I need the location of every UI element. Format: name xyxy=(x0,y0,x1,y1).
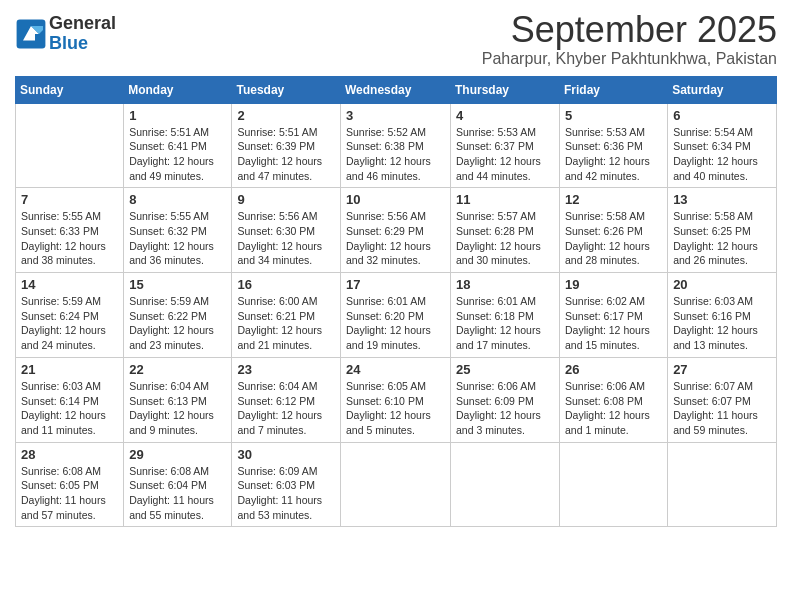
cell-day-number: 30 xyxy=(237,447,335,462)
calendar-week-row: 1Sunrise: 5:51 AM Sunset: 6:41 PM Daylig… xyxy=(16,103,777,188)
cell-day-number: 13 xyxy=(673,192,771,207)
cell-info: Sunrise: 6:08 AM Sunset: 6:05 PM Dayligh… xyxy=(21,464,118,523)
calendar-cell: 4Sunrise: 5:53 AM Sunset: 6:37 PM Daylig… xyxy=(451,103,560,188)
cell-info: Sunrise: 6:06 AM Sunset: 6:08 PM Dayligh… xyxy=(565,379,662,438)
calendar-cell: 20Sunrise: 6:03 AM Sunset: 6:16 PM Dayli… xyxy=(668,273,777,358)
cell-info: Sunrise: 5:58 AM Sunset: 6:26 PM Dayligh… xyxy=(565,209,662,268)
cell-day-number: 23 xyxy=(237,362,335,377)
cell-day-number: 5 xyxy=(565,108,662,123)
cell-day-number: 3 xyxy=(346,108,445,123)
cell-info: Sunrise: 6:03 AM Sunset: 6:14 PM Dayligh… xyxy=(21,379,118,438)
cell-day-number: 15 xyxy=(129,277,226,292)
calendar-week-row: 28Sunrise: 6:08 AM Sunset: 6:05 PM Dayli… xyxy=(16,442,777,527)
cell-info: Sunrise: 6:07 AM Sunset: 6:07 PM Dayligh… xyxy=(673,379,771,438)
calendar-cell: 11Sunrise: 5:57 AM Sunset: 6:28 PM Dayli… xyxy=(451,188,560,273)
cell-day-number: 7 xyxy=(21,192,118,207)
calendar-cell: 10Sunrise: 5:56 AM Sunset: 6:29 PM Dayli… xyxy=(341,188,451,273)
cell-day-number: 12 xyxy=(565,192,662,207)
cell-info: Sunrise: 6:08 AM Sunset: 6:04 PM Dayligh… xyxy=(129,464,226,523)
cell-info: Sunrise: 5:53 AM Sunset: 6:36 PM Dayligh… xyxy=(565,125,662,184)
cell-info: Sunrise: 5:57 AM Sunset: 6:28 PM Dayligh… xyxy=(456,209,554,268)
col-header-sunday: Sunday xyxy=(16,76,124,103)
calendar-cell: 12Sunrise: 5:58 AM Sunset: 6:26 PM Dayli… xyxy=(560,188,668,273)
calendar-cell xyxy=(560,442,668,527)
calendar-cell: 23Sunrise: 6:04 AM Sunset: 6:12 PM Dayli… xyxy=(232,357,341,442)
calendar-cell: 26Sunrise: 6:06 AM Sunset: 6:08 PM Dayli… xyxy=(560,357,668,442)
calendar-cell: 6Sunrise: 5:54 AM Sunset: 6:34 PM Daylig… xyxy=(668,103,777,188)
col-header-tuesday: Tuesday xyxy=(232,76,341,103)
col-header-friday: Friday xyxy=(560,76,668,103)
calendar-cell: 2Sunrise: 5:51 AM Sunset: 6:39 PM Daylig… xyxy=(232,103,341,188)
calendar-cell: 27Sunrise: 6:07 AM Sunset: 6:07 PM Dayli… xyxy=(668,357,777,442)
calendar-cell: 17Sunrise: 6:01 AM Sunset: 6:20 PM Dayli… xyxy=(341,273,451,358)
calendar-cell: 9Sunrise: 5:56 AM Sunset: 6:30 PM Daylig… xyxy=(232,188,341,273)
header: General Blue September 2025 Paharpur, Kh… xyxy=(15,10,777,68)
cell-info: Sunrise: 5:51 AM Sunset: 6:41 PM Dayligh… xyxy=(129,125,226,184)
cell-day-number: 2 xyxy=(237,108,335,123)
calendar-header-row: SundayMondayTuesdayWednesdayThursdayFrid… xyxy=(16,76,777,103)
cell-day-number: 29 xyxy=(129,447,226,462)
col-header-thursday: Thursday xyxy=(451,76,560,103)
calendar-cell: 7Sunrise: 5:55 AM Sunset: 6:33 PM Daylig… xyxy=(16,188,124,273)
calendar-cell: 3Sunrise: 5:52 AM Sunset: 6:38 PM Daylig… xyxy=(341,103,451,188)
cell-info: Sunrise: 6:00 AM Sunset: 6:21 PM Dayligh… xyxy=(237,294,335,353)
cell-info: Sunrise: 5:55 AM Sunset: 6:33 PM Dayligh… xyxy=(21,209,118,268)
cell-day-number: 9 xyxy=(237,192,335,207)
cell-info: Sunrise: 5:54 AM Sunset: 6:34 PM Dayligh… xyxy=(673,125,771,184)
calendar-cell xyxy=(668,442,777,527)
cell-info: Sunrise: 6:04 AM Sunset: 6:12 PM Dayligh… xyxy=(237,379,335,438)
calendar-cell xyxy=(451,442,560,527)
cell-day-number: 14 xyxy=(21,277,118,292)
calendar-cell: 14Sunrise: 5:59 AM Sunset: 6:24 PM Dayli… xyxy=(16,273,124,358)
calendar-cell: 18Sunrise: 6:01 AM Sunset: 6:18 PM Dayli… xyxy=(451,273,560,358)
cell-info: Sunrise: 5:59 AM Sunset: 6:24 PM Dayligh… xyxy=(21,294,118,353)
cell-info: Sunrise: 6:04 AM Sunset: 6:13 PM Dayligh… xyxy=(129,379,226,438)
cell-day-number: 28 xyxy=(21,447,118,462)
cell-info: Sunrise: 5:59 AM Sunset: 6:22 PM Dayligh… xyxy=(129,294,226,353)
cell-day-number: 21 xyxy=(21,362,118,377)
calendar-cell: 24Sunrise: 6:05 AM Sunset: 6:10 PM Dayli… xyxy=(341,357,451,442)
cell-info: Sunrise: 6:03 AM Sunset: 6:16 PM Dayligh… xyxy=(673,294,771,353)
col-header-saturday: Saturday xyxy=(668,76,777,103)
logo-line1: General xyxy=(49,14,116,34)
cell-info: Sunrise: 5:52 AM Sunset: 6:38 PM Dayligh… xyxy=(346,125,445,184)
calendar-cell: 19Sunrise: 6:02 AM Sunset: 6:17 PM Dayli… xyxy=(560,273,668,358)
location-title: Paharpur, Khyber Pakhtunkhwa, Pakistan xyxy=(482,50,777,68)
calendar-week-row: 7Sunrise: 5:55 AM Sunset: 6:33 PM Daylig… xyxy=(16,188,777,273)
logo-line2: Blue xyxy=(49,34,116,54)
title-area: September 2025 Paharpur, Khyber Pakhtunk… xyxy=(482,10,777,68)
calendar-cell: 29Sunrise: 6:08 AM Sunset: 6:04 PM Dayli… xyxy=(124,442,232,527)
cell-day-number: 22 xyxy=(129,362,226,377)
cell-info: Sunrise: 5:58 AM Sunset: 6:25 PM Dayligh… xyxy=(673,209,771,268)
cell-info: Sunrise: 6:01 AM Sunset: 6:18 PM Dayligh… xyxy=(456,294,554,353)
cell-day-number: 17 xyxy=(346,277,445,292)
calendar-cell: 1Sunrise: 5:51 AM Sunset: 6:41 PM Daylig… xyxy=(124,103,232,188)
calendar-cell: 5Sunrise: 5:53 AM Sunset: 6:36 PM Daylig… xyxy=(560,103,668,188)
calendar-cell xyxy=(16,103,124,188)
cell-day-number: 16 xyxy=(237,277,335,292)
cell-day-number: 8 xyxy=(129,192,226,207)
cell-day-number: 1 xyxy=(129,108,226,123)
calendar-cell: 25Sunrise: 6:06 AM Sunset: 6:09 PM Dayli… xyxy=(451,357,560,442)
cell-day-number: 18 xyxy=(456,277,554,292)
calendar-table: SundayMondayTuesdayWednesdayThursdayFrid… xyxy=(15,76,777,528)
col-header-wednesday: Wednesday xyxy=(341,76,451,103)
calendar-cell: 8Sunrise: 5:55 AM Sunset: 6:32 PM Daylig… xyxy=(124,188,232,273)
cell-day-number: 10 xyxy=(346,192,445,207)
cell-day-number: 11 xyxy=(456,192,554,207)
cell-info: Sunrise: 5:55 AM Sunset: 6:32 PM Dayligh… xyxy=(129,209,226,268)
calendar-cell: 22Sunrise: 6:04 AM Sunset: 6:13 PM Dayli… xyxy=(124,357,232,442)
col-header-monday: Monday xyxy=(124,76,232,103)
calendar-cell: 16Sunrise: 6:00 AM Sunset: 6:21 PM Dayli… xyxy=(232,273,341,358)
calendar-cell: 21Sunrise: 6:03 AM Sunset: 6:14 PM Dayli… xyxy=(16,357,124,442)
month-title: September 2025 xyxy=(482,10,777,50)
calendar-cell: 13Sunrise: 5:58 AM Sunset: 6:25 PM Dayli… xyxy=(668,188,777,273)
calendar-cell: 30Sunrise: 6:09 AM Sunset: 6:03 PM Dayli… xyxy=(232,442,341,527)
cell-day-number: 25 xyxy=(456,362,554,377)
cell-info: Sunrise: 6:02 AM Sunset: 6:17 PM Dayligh… xyxy=(565,294,662,353)
cell-day-number: 4 xyxy=(456,108,554,123)
cell-day-number: 19 xyxy=(565,277,662,292)
cell-day-number: 24 xyxy=(346,362,445,377)
cell-info: Sunrise: 5:51 AM Sunset: 6:39 PM Dayligh… xyxy=(237,125,335,184)
cell-day-number: 26 xyxy=(565,362,662,377)
